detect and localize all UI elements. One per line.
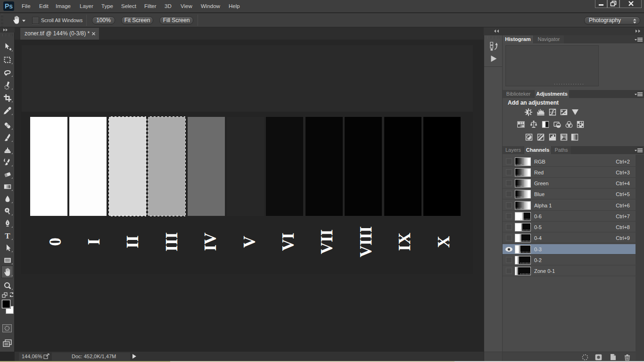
svg-text:T: T [5,231,10,240]
